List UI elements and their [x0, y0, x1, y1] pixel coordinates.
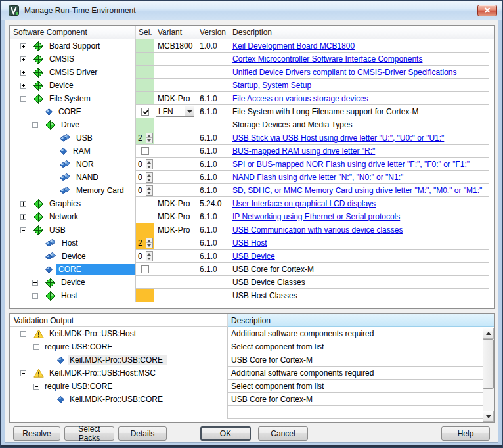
component-row[interactable]: CMSISCortex Microcontroller Software Int… [10, 53, 494, 66]
component-label[interactable]: USB [47, 225, 68, 235]
expand-icon[interactable] [20, 83, 26, 89]
spinner-down-icon[interactable] [146, 190, 152, 195]
spinner-down-icon[interactable] [146, 137, 152, 143]
validation-row[interactable]: require USB:CORESelect component from li… [10, 380, 494, 393]
details-button[interactable]: Details [118, 426, 167, 441]
scrollbar-thumb[interactable] [483, 339, 494, 389]
resolve-button[interactable]: Resolve [13, 426, 60, 441]
instances-spinner[interactable] [146, 185, 153, 196]
validation-row[interactable]: Keil.MDK-Pro::USB:COREUSB Core for Corte… [10, 393, 494, 406]
spinner-down-icon[interactable] [146, 256, 152, 261]
expand-icon[interactable] [20, 201, 26, 207]
component-row[interactable]: RAM6.1.0BUS-mapped RAM using drive lette… [10, 145, 494, 158]
scroll-up-icon[interactable] [483, 328, 494, 339]
header-validation-output[interactable]: Validation Output [10, 314, 228, 327]
description-link[interactable]: SD, SDHC, or MMC Memory Card using drive… [232, 186, 482, 195]
instances-spinner[interactable] [146, 238, 153, 248]
validation-item-label[interactable]: require USB:CORE [43, 381, 116, 392]
header-variant[interactable]: Variant [154, 26, 196, 39]
component-label[interactable]: USB [74, 133, 95, 143]
description-link[interactable]: SPI or BUS-mapped NOR Flash using drive … [232, 160, 470, 169]
description-link[interactable]: IP Networking using Ethernet or Serial p… [232, 212, 400, 221]
component-label[interactable]: Device [59, 277, 87, 288]
component-row[interactable]: Board SupportMCB18001.0.0Keil Developmen… [10, 39, 494, 53]
select-checkbox[interactable] [141, 108, 149, 116]
component-row[interactable]: HostUSB Host Classes [10, 289, 494, 302]
component-row[interactable]: Host26.1.0USB Host [10, 236, 494, 250]
title-bar[interactable]: Manage Run-Time Environment [1, 1, 502, 20]
description-link[interactable]: Unified Device Drivers compliant to CMSI… [232, 68, 456, 77]
component-label[interactable]: File System [47, 93, 93, 104]
expand-icon[interactable] [20, 214, 26, 220]
collapse-icon[interactable] [20, 370, 26, 376]
component-label[interactable]: Graphics [47, 198, 83, 209]
component-label[interactable]: Drive [59, 120, 81, 130]
description-link[interactable]: User Interface on graphical LCD displays [232, 199, 376, 208]
component-row[interactable]: CORE6.1.0USB Core for Cortex-M [10, 263, 494, 276]
validation-row[interactable]: Keil.MDK-Pro::USB:HostAdditional softwar… [10, 327, 494, 340]
validation-row[interactable]: require USB:CORESelect component from li… [10, 340, 494, 353]
collapse-icon[interactable] [33, 344, 39, 350]
component-label[interactable]: Host [59, 290, 79, 301]
collapse-icon[interactable] [32, 122, 38, 128]
component-row[interactable]: NAND06.1.0NAND Flash using drive letter … [10, 171, 494, 184]
description-link[interactable]: USB Host [232, 238, 267, 248]
expand-icon[interactable] [20, 70, 26, 76]
header-description[interactable]: Description [229, 26, 489, 39]
component-label[interactable]: CMSIS Driver [47, 67, 99, 78]
spinner-down-icon[interactable] [146, 177, 152, 182]
spinner-down-icon[interactable] [146, 164, 152, 169]
description-link[interactable]: File Access on various storage devices [232, 94, 368, 103]
expand-icon[interactable] [32, 280, 38, 286]
cancel-button[interactable]: Cancel [258, 426, 308, 441]
component-row[interactable]: DeviceStartup, System Setup [10, 79, 494, 92]
component-row[interactable]: NOR06.1.0SPI or BUS-mapped NOR Flash usi… [10, 158, 494, 171]
component-row[interactable]: DeviceUSB Device Classes [10, 276, 494, 289]
component-label[interactable]: Network [47, 212, 80, 222]
component-label[interactable]: NOR [74, 159, 96, 169]
component-row[interactable]: NetworkMDK-Pro6.1.0IP Networking using E… [10, 210, 494, 223]
expand-icon[interactable] [32, 293, 38, 299]
component-row[interactable]: USBMDK-Pro6.1.0USB Communication with va… [10, 223, 494, 236]
collapse-icon[interactable] [20, 227, 26, 233]
select-packs-button[interactable]: Select Packs [64, 426, 114, 441]
component-row[interactable]: Device06.1.0USB Device [10, 250, 494, 263]
instances-spinner[interactable] [146, 172, 153, 183]
expand-icon[interactable] [20, 43, 26, 49]
validation-item-label[interactable]: Keil.MDK-Pro::USB:Host [48, 328, 140, 339]
expand-icon[interactable] [20, 56, 26, 62]
description-link[interactable]: USB Stick via USB Host using drive lette… [232, 133, 444, 143]
help-button[interactable]: Help [441, 426, 490, 441]
ok-button[interactable]: OK [200, 426, 251, 441]
close-button[interactable] [477, 5, 497, 16]
header-validation-description[interactable]: Description [228, 314, 494, 327]
select-checkbox[interactable] [141, 147, 149, 155]
component-row[interactable]: CMSIS DriverUnified Device Drivers compl… [10, 66, 494, 79]
description-link[interactable]: Keil Development Board MCB1800 [232, 41, 355, 51]
component-label[interactable]: Host [60, 238, 80, 248]
component-label[interactable]: CMSIS [47, 54, 76, 64]
collapse-icon[interactable] [20, 96, 26, 102]
description-link[interactable]: BUS-mapped RAM using drive letter "R:" [232, 146, 375, 156]
component-label[interactable]: Device [47, 80, 76, 91]
component-row[interactable]: DriveStorage Devices and Media Types [10, 118, 494, 131]
select-checkbox[interactable] [141, 265, 149, 273]
component-label[interactable]: CORE [56, 106, 83, 117]
header-sel[interactable]: Sel. [136, 26, 154, 39]
validation-row[interactable]: Keil.MDK-Pro::USB:COREUSB Core for Corte… [10, 353, 494, 367]
component-label[interactable]: Memory Card [74, 185, 126, 196]
dropdown-arrow-icon[interactable] [185, 106, 194, 116]
component-row[interactable]: Memory Card06.1.0SD, SDHC, or MMC Memory… [10, 184, 494, 197]
component-row[interactable]: GraphicsMDK-Pro5.24.0User Interface on g… [10, 197, 494, 210]
instances-spinner[interactable] [146, 251, 153, 261]
component-label[interactable]: NAND [74, 172, 100, 183]
description-link[interactable]: NAND Flash using drive letter "N:", "N0:… [232, 173, 403, 182]
validation-item-label[interactable]: Keil.MDK-Pro::USB:CORE [68, 394, 167, 405]
component-row[interactable]: USB26.1.0USB Stick via USB Host using dr… [10, 131, 494, 145]
description-link[interactable]: Startup, System Setup [232, 81, 311, 90]
validation-scrollbar[interactable] [483, 328, 494, 422]
validation-item-label[interactable]: require USB:CORE [43, 342, 116, 352]
validation-item-label[interactable]: Keil.MDK-Pro::USB:Host:MSC [48, 368, 160, 378]
description-link[interactable]: USB Device [232, 252, 275, 261]
validation-row[interactable]: Keil.MDK-Pro::USB:Host:MSCAdditional sof… [10, 367, 494, 380]
